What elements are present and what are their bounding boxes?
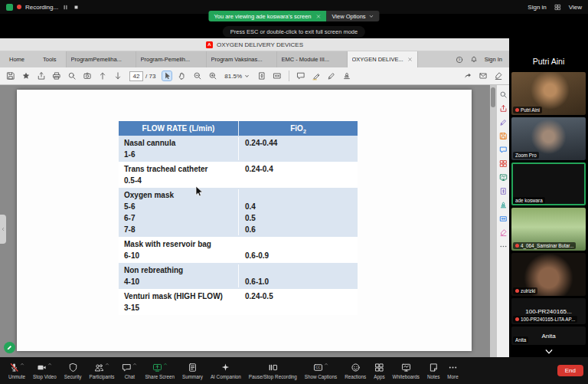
table-header-flow-rate: FLOW RATE (L/min)	[119, 121, 239, 136]
stamp-tool-icon[interactable]	[499, 201, 508, 209]
zoom-out-icon[interactable]	[193, 71, 202, 80]
control-notes[interactable]: Notes	[423, 357, 443, 384]
page-down-icon[interactable]	[113, 71, 122, 80]
highlight-icon[interactable]	[312, 71, 321, 80]
participant-tile-4-064-samsinar-butar[interactable]: 4_064_Samsinar Butar...	[511, 208, 586, 251]
doc-tab-programpemeliha[interactable]: ProgramPemeliha...	[66, 51, 136, 67]
caret-up-icon	[47, 362, 52, 366]
comment-icon[interactable]	[296, 71, 305, 80]
organize-pages-tool-icon[interactable]	[499, 173, 508, 182]
caret-up-icon	[163, 362, 168, 366]
pointer-icon[interactable]	[162, 71, 172, 80]
close-tab-icon[interactable]	[407, 57, 413, 62]
participant-tile-zulrizki[interactable]: zulrizki	[511, 253, 586, 296]
stamp-icon[interactable]	[342, 71, 351, 80]
email-icon[interactable]	[479, 71, 488, 80]
fit-width-icon[interactable]	[273, 71, 282, 80]
compress-pdf-tool-icon[interactable]	[499, 187, 508, 195]
snapshot-icon[interactable]	[83, 71, 92, 80]
view-grid-icon[interactable]	[554, 4, 561, 11]
sign-tool-icon[interactable]	[499, 228, 508, 237]
star-icon[interactable]	[21, 71, 31, 80]
zoom-select[interactable]: 81.5%	[224, 73, 250, 80]
participant-tile-putri-aini[interactable]: Putri Aini	[511, 72, 586, 115]
control-summary[interactable]: Summary	[178, 357, 207, 384]
save-icon[interactable]	[6, 71, 15, 80]
menu-tab-home[interactable]: Home	[0, 51, 34, 67]
share-up-icon[interactable]	[37, 71, 46, 80]
find-tool-icon[interactable]	[499, 90, 508, 99]
recording-icon	[268, 363, 278, 373]
cell-fio2: 0.40.50.6	[239, 189, 358, 235]
toolbar-divider	[289, 71, 289, 81]
vertical-scrollbar[interactable]	[490, 85, 496, 357]
annotate-button[interactable]	[4, 342, 15, 353]
participant-name-label: Anita	[513, 336, 528, 343]
doc-tabs: ProgramPemeliha...Program-Pemelih...Prog…	[66, 51, 418, 67]
participant-tile-100-pr240165-lita-ap[interactable]: 100-PR240165...100-PR240165-LITA AP...	[511, 298, 586, 324]
doc-tab-emc-module-iii[interactable]: EMC - Module III...	[277, 51, 348, 67]
control-label: Reactions	[345, 374, 366, 379]
menu-tab-tools[interactable]: Tools	[34, 51, 66, 67]
control-share-screen[interactable]: Share Screen	[141, 357, 178, 384]
sign-pen-icon[interactable]	[327, 71, 336, 80]
more-tools-tool-icon[interactable]	[499, 242, 508, 251]
zoom-in-icon[interactable]	[208, 71, 217, 80]
panel-toggle[interactable]	[0, 215, 6, 244]
control-reactions[interactable]: Reactions	[341, 357, 370, 384]
hand-icon[interactable]	[178, 71, 187, 80]
page-number-input[interactable]: 42	[129, 71, 143, 81]
participant-name-label: zulrizki	[513, 287, 537, 294]
doc-tab-program-pemelih[interactable]: Program-Pemelih...	[136, 51, 207, 67]
notifications-icon[interactable]	[470, 56, 478, 64]
scrollbar-thumb[interactable]	[491, 87, 495, 107]
edit-pdf-tool-icon[interactable]	[499, 118, 508, 126]
control-whiteboards[interactable]: Whiteboards	[389, 357, 423, 384]
panel-title: Putri Aini	[509, 57, 588, 66]
sign-in-link[interactable]: Sign in	[528, 4, 546, 11]
participant-tile-anita[interactable]: AnitaAnita	[511, 327, 586, 345]
doc-tab-oxygen-delive[interactable]: OXYGEN DELIVE...	[348, 51, 418, 67]
control-show-captions[interactable]: CCShow Captions	[301, 357, 341, 384]
comment-tool-icon[interactable]	[499, 146, 508, 154]
fill-sign-icon[interactable]	[494, 71, 503, 80]
stop-recording-icon[interactable]	[73, 4, 80, 11]
print-icon[interactable]	[52, 71, 61, 80]
recording-icon	[515, 317, 519, 321]
participant-tile-ade-koswara[interactable]: ade koswara	[511, 162, 586, 205]
doc-tab-label: ProgramPemeliha...	[71, 56, 131, 63]
scroll-participants-chevron-icon[interactable]	[544, 347, 554, 356]
control-pause-stop-recording[interactable]: Pause/Stop Recording	[245, 357, 301, 384]
pause-recording-icon[interactable]	[62, 4, 69, 11]
summary-icon	[188, 363, 198, 373]
control-unmute[interactable]: Unmute	[5, 357, 29, 384]
control-participants[interactable]: Participants	[86, 357, 119, 384]
pdf-sign-in-button[interactable]: Sign In	[485, 56, 502, 63]
fit-page-icon[interactable]	[257, 71, 266, 80]
control-label: Stop Video	[33, 374, 57, 379]
close-icon[interactable]	[316, 14, 322, 19]
doc-tab-label: OXYGEN DELIVE...	[352, 56, 405, 63]
control-chat[interactable]: Chat	[118, 357, 141, 384]
view-link[interactable]: View	[569, 4, 582, 11]
share-link-icon[interactable]	[463, 71, 472, 80]
control-stop-video[interactable]: Stop Video	[29, 357, 60, 384]
participant-name-label: Zoom Pro	[513, 152, 539, 159]
control-security[interactable]: Security	[60, 357, 86, 384]
mic-icon	[9, 363, 19, 373]
doc-tab-program-vaksinas[interactable]: Program Vaksinas...	[207, 51, 277, 67]
create-pdf-tool-icon[interactable]	[499, 132, 508, 140]
control-apps[interactable]: Apps	[370, 357, 388, 384]
combine-files-tool-icon[interactable]	[499, 159, 508, 168]
help-icon[interactable]: ?	[456, 56, 463, 64]
page-up-icon[interactable]	[98, 71, 107, 80]
export-pdf-tool-icon[interactable]	[499, 104, 508, 113]
view-options-button[interactable]: View Options	[327, 11, 380, 21]
control-ai-companion[interactable]: AI Companion	[207, 357, 245, 384]
share-banner-text: You are viewing ade koswara's screen	[214, 13, 311, 20]
participant-tile-zoom-pro[interactable]: Zoom Pro	[511, 117, 586, 160]
search-icon[interactable]	[67, 71, 77, 80]
control-more[interactable]: More	[443, 357, 462, 384]
end-button[interactable]: End	[557, 365, 583, 376]
measure-tool-icon[interactable]	[499, 215, 508, 223]
